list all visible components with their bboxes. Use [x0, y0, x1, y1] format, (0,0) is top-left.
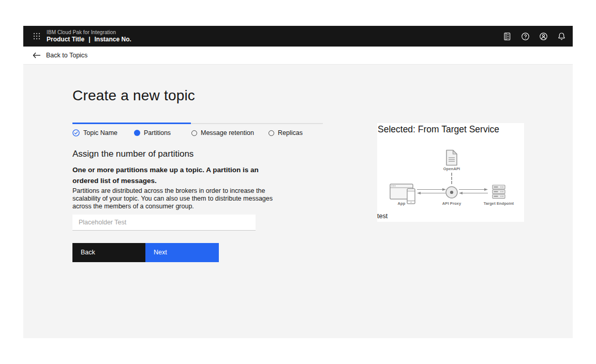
bidirectional-arrows-left — [416, 188, 446, 195]
openapi-document-icon — [445, 149, 458, 166]
back-link-label: Back to Topics — [46, 52, 87, 59]
grid-dots-icon — [33, 33, 40, 40]
step-partitions[interactable]: Partitions — [134, 129, 171, 136]
server-stack-icon — [492, 185, 505, 199]
progress-track-complete — [72, 123, 191, 124]
openapi-label: OpenAPI — [436, 166, 467, 171]
selection-summary-card: Selected: From Target Service OpenAPI — [377, 123, 524, 222]
app-switcher-icon[interactable] — [32, 31, 42, 41]
header-titles: IBM Cloud Pak for Integration Product Ti… — [47, 29, 131, 43]
next-button[interactable]: Next — [145, 243, 219, 262]
body-paragraph: Partitions are distributed across the br… — [72, 187, 287, 210]
user-avatar-icon[interactable] — [539, 32, 548, 41]
step-label: Partitions — [144, 129, 171, 136]
dashed-connector — [451, 173, 452, 184]
step-label: Topic Name — [83, 129, 117, 136]
page: IBM Cloud Pak for Integration Product Ti… — [0, 0, 596, 364]
incomplete-step-circle-icon — [191, 130, 197, 136]
lead-paragraph: One or more partitions make up a topic. … — [72, 164, 260, 186]
card-footnote: test — [377, 213, 388, 220]
api-flow-diagram: OpenAPI App — [377, 123, 524, 222]
progress-bar — [72, 123, 323, 125]
incomplete-step-circle-icon — [269, 130, 274, 136]
top-header-bar: IBM Cloud Pak for Integration Product Ti… — [23, 26, 573, 47]
app-name: IBM Cloud Pak for Integration — [47, 29, 131, 36]
target-endpoint-label: Target Endpoint — [477, 201, 520, 206]
step-label: Replicas — [278, 129, 303, 136]
wizard-buttons: Back Next — [72, 243, 219, 262]
title-divider: | — [88, 36, 90, 43]
sub-header-bar: Back to Topics — [23, 47, 573, 64]
instance-number: Instance No. — [94, 36, 131, 43]
bidirectional-arrows-right — [458, 188, 488, 195]
current-step-dot-icon — [134, 130, 140, 136]
help-icon[interactable] — [521, 32, 530, 41]
step-label: Message retention — [201, 129, 254, 136]
product-line: Product Title | Instance No. — [47, 36, 131, 43]
page-title: Create a new topic — [72, 87, 195, 104]
api-proxy-icon — [445, 186, 458, 199]
back-to-topics-link[interactable]: Back to Topics — [33, 52, 87, 59]
check-circle-icon — [72, 129, 80, 136]
step-message-retention[interactable]: Message retention — [191, 129, 254, 136]
main-content-panel: Create a new topic Topic Name Partitions… — [23, 64, 573, 338]
partitions-input[interactable] — [72, 215, 256, 231]
section-heading: Assign the number of partitions — [72, 149, 193, 159]
step-replicas[interactable]: Replicas — [269, 129, 303, 136]
app-label: App — [388, 201, 415, 206]
product-title: Product Title — [47, 36, 84, 43]
catalog-icon[interactable] — [503, 32, 512, 41]
api-proxy-label: API Proxy — [434, 201, 470, 206]
back-button[interactable]: Back — [72, 243, 145, 262]
step-topic-name[interactable]: Topic Name — [72, 129, 117, 136]
notifications-bell-icon[interactable] — [557, 32, 566, 41]
arrow-left-icon — [33, 52, 41, 58]
header-actions — [503, 32, 566, 41]
